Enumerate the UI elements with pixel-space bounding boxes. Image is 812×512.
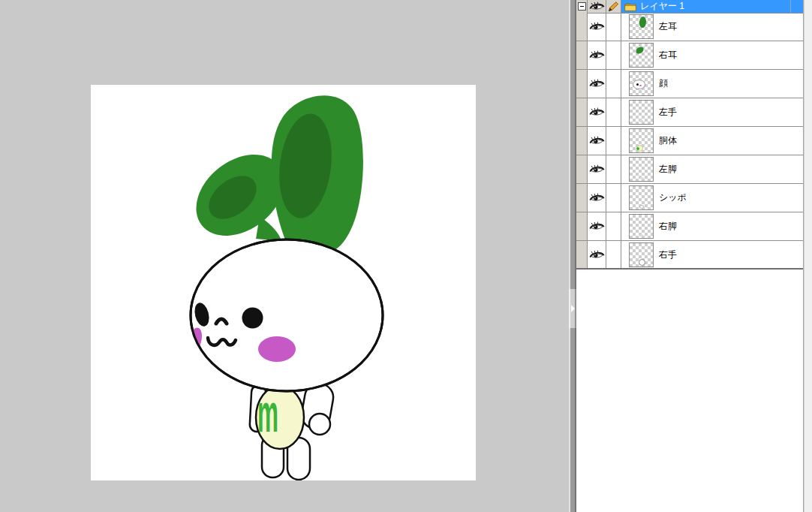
layer-row[interactable]: 胴体 [576, 127, 803, 155]
layer-row[interactable]: 顔 [576, 70, 803, 98]
link-cell[interactable] [606, 241, 621, 268]
thumb-right-hand [639, 259, 645, 266]
panel-scrollbar-track[interactable] [804, 0, 812, 512]
layer-row[interactable]: シッポ [576, 184, 803, 212]
layer-thumbnail[interactable] [629, 214, 654, 239]
thumb-tail [639, 205, 644, 209]
layer-name[interactable]: 左手 [659, 106, 677, 119]
folder-icon [624, 2, 636, 11]
panel-splitter[interactable] [569, 0, 576, 512]
link-cell[interactable] [606, 70, 621, 98]
link-cell[interactable] [606, 184, 621, 212]
character-illustration: m [91, 85, 476, 480]
visibility-eye-icon[interactable] [588, 0, 606, 13]
link-cell[interactable] [606, 41, 621, 69]
pencil-icon[interactable] [606, 0, 621, 13]
collapse-cell [576, 0, 588, 13]
layer-set-header-row[interactable]: レイヤー 1 [576, 0, 803, 14]
visibility-eye-icon[interactable] [588, 41, 606, 69]
visibility-eye-icon[interactable] [588, 70, 606, 98]
layer-row[interactable]: 右脚 [576, 212, 803, 241]
layer-thumbnail[interactable] [629, 128, 654, 153]
visibility-eye-icon[interactable] [588, 13, 606, 41]
splitter-handle[interactable] [569, 289, 576, 328]
visibility-eye-icon[interactable] [588, 184, 606, 212]
character-belly-letter: m [257, 383, 278, 443]
visibility-eye-icon[interactable] [588, 241, 606, 268]
layer-thumbnail[interactable] [629, 157, 654, 182]
header-divider [790, 0, 791, 13]
thumb-right-leg [639, 234, 643, 236]
character-right-ear [272, 95, 363, 251]
thumb-left-hand [639, 119, 643, 122]
visibility-eye-icon[interactable] [588, 155, 606, 183]
link-cell[interactable] [606, 98, 621, 126]
layer-name[interactable]: シッポ [659, 191, 687, 204]
layer-row[interactable]: 左耳 [576, 13, 803, 41]
link-cell[interactable] [606, 127, 621, 155]
visibility-eye-icon[interactable] [588, 98, 606, 126]
layer-row[interactable]: 右耳 [576, 41, 803, 70]
layer-row[interactable]: 右手 [576, 241, 803, 270]
visibility-eye-icon[interactable] [588, 127, 606, 155]
drawing-canvas[interactable]: m [91, 85, 476, 480]
link-cell[interactable] [606, 155, 621, 183]
layer-thumbnail[interactable] [629, 14, 654, 39]
layer-thumbnail[interactable] [629, 71, 654, 96]
layer-thumbnail[interactable] [629, 242, 654, 267]
layer-name[interactable]: 右耳 [659, 49, 677, 62]
character-right-eye [242, 308, 263, 329]
layer-set-label: レイヤー 1 [640, 0, 684, 13]
layer-name[interactable]: 胴体 [659, 134, 677, 147]
layer-set-name[interactable]: レイヤー 1 [621, 0, 803, 13]
layers-panel: レイヤー 1 左耳 右耳 顔 [576, 0, 804, 512]
link-cell[interactable] [606, 212, 621, 240]
collapse-minus-icon[interactable] [578, 2, 586, 11]
layer-row[interactable]: 左脚 [576, 155, 803, 184]
thumb-torso [636, 145, 643, 152]
layer-thumbnail[interactable] [629, 43, 654, 68]
chevron-right-icon [571, 305, 575, 312]
layer-name[interactable]: 左耳 [659, 20, 677, 33]
layer-name[interactable]: 右脚 [659, 220, 677, 233]
layer-row[interactable]: 左手 [576, 98, 803, 127]
layer-thumbnail[interactable] [629, 100, 654, 125]
thumb-left-leg [640, 177, 644, 179]
layer-name[interactable]: 右手 [659, 248, 677, 261]
thumb-right-ear [635, 46, 645, 55]
link-cell[interactable] [606, 13, 621, 41]
thumb-face [633, 80, 645, 89]
layer-name[interactable]: 左脚 [659, 163, 677, 176]
layer-name[interactable]: 顔 [659, 77, 668, 90]
thumb-left-ear [639, 16, 647, 28]
character-right-cheek [258, 336, 296, 362]
visibility-eye-icon[interactable] [588, 212, 606, 240]
layer-thumbnail[interactable] [629, 185, 654, 210]
